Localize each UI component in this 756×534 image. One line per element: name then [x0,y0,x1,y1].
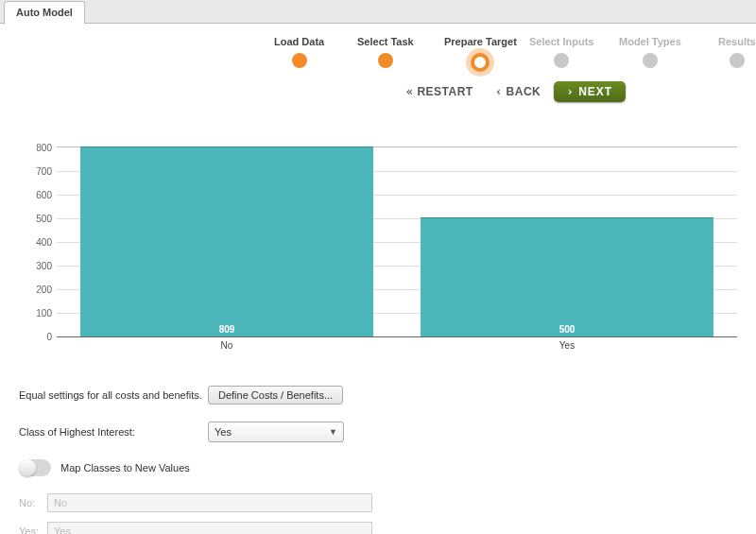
wizard-step-label: Load Data [274,36,324,47]
wizard-step-label: Select Inputs [529,36,593,47]
map-row: Yes: [19,522,737,534]
back-button[interactable]: ‹ BACK [495,85,541,98]
x-tick-label: Yes [421,340,713,351]
wizard-step-load-data[interactable]: Load Data [274,36,324,68]
y-tick-label: 400 [24,237,52,248]
wizard-step-dot [730,53,745,68]
wizard-step-dot [554,53,569,68]
class-interest-select[interactable]: Yes ▼ [208,422,344,442]
costs-label: Equal settings for all costs and benefit… [19,389,208,401]
x-tick-label: No [80,340,373,351]
restart-label: RESTART [417,85,472,98]
wizard: Load DataSelect TaskPrepare TargetSelect… [274,36,748,102]
y-tick-label: 600 [24,190,52,200]
define-costs-button[interactable]: Define Costs / Benefits... [208,386,343,405]
wizard-step-label: Select Task [357,36,414,47]
map-row-label: Yes: [19,525,47,534]
tab-auto-model[interactable]: Auto Model [4,1,85,25]
bar-value: 500 [421,324,713,335]
wizard-step-dot [292,53,307,68]
wizard-step-dot [378,53,393,68]
y-tick-label: 0 [24,332,52,342]
wizard-step-prepare-target[interactable]: Prepare Target [444,36,517,72]
map-row: No: [19,493,737,512]
y-tick-label: 700 [24,166,52,177]
wizard-step-select-inputs[interactable]: Select Inputs [529,36,593,68]
map-row-input [47,522,372,534]
bar-value: 809 [80,324,373,335]
next-button[interactable]: › NEXT [554,81,627,102]
restart-button[interactable]: « RESTART [406,85,473,98]
bar-no: 809 [80,146,373,336]
bar-yes: 500 [421,217,713,336]
map-row-input [47,493,372,512]
map-row-label: No: [19,497,47,508]
wizard-step-label: Model Types [619,36,681,47]
map-classes-label: Map Classes to New Values [60,462,190,474]
map-classes-toggle[interactable] [19,459,51,476]
y-tick-label: 500 [24,214,52,224]
wizard-step-label: Prepare Target [444,36,517,47]
toggle-knob [19,459,36,476]
wizard-step-model-types[interactable]: Model Types [619,36,681,68]
y-tick-label: 300 [24,261,52,271]
y-tick-label: 800 [24,143,52,153]
wizard-step-select-task[interactable]: Select Task [357,36,414,68]
y-tick-label: 200 [24,284,52,295]
chevron-down-icon: ▼ [329,427,337,437]
wizard-step-dot [643,53,658,68]
wizard-step-label: Results [718,36,756,47]
wizard-step-results[interactable]: Results [718,36,756,68]
next-label: NEXT [578,85,612,98]
target-distribution-chart: 0100200300400500600700800809500 NoYes [19,146,737,359]
y-tick-label: 100 [24,308,52,319]
back-label: BACK [507,85,541,98]
class-interest-label: Class of Highest Interest: [19,426,208,438]
class-interest-value: Yes [215,426,232,438]
wizard-step-dot [471,53,490,72]
